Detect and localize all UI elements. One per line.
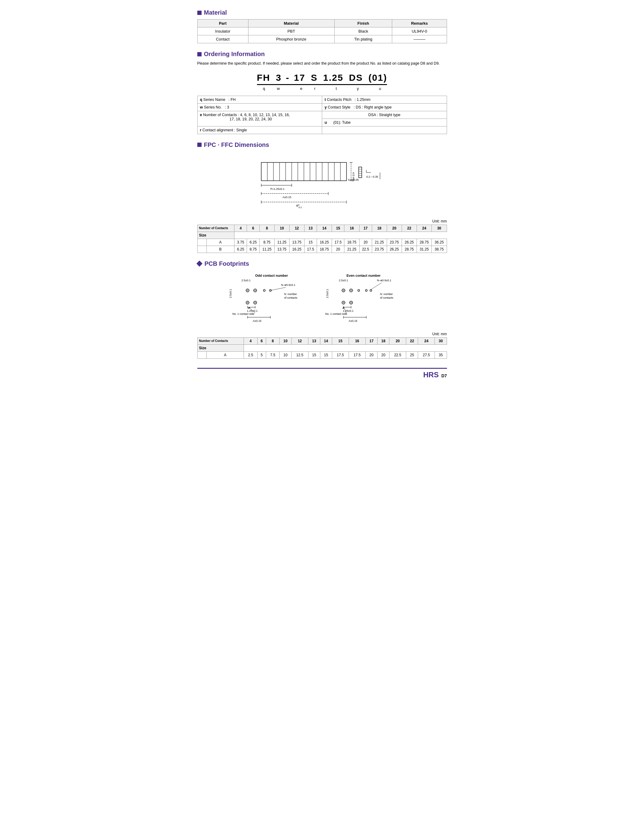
fpc-a-20: 23.75 [387,239,402,246]
label-q: q [263,86,265,91]
odd-n-hole-label: N–ø0.9±0.1 [281,284,295,287]
pn-fh: FH [257,73,270,82]
fpc-b-20: 26.25 [387,246,402,253]
pcb-col-24: 24 [418,337,435,345]
pcb-col-20: 20 [389,337,406,345]
odd-n-number: N: number [284,293,297,296]
pcb-col-12: 12 [291,337,308,345]
dim-a: A±0.15 [283,196,291,199]
part-number-text: FH 3 - 17 S 1.25 DS (01) [257,73,387,85]
legend-cell-r: r Contact alignment : Single [197,126,322,134]
even-pad-1 [358,290,360,291]
fpc-a-14: 16.25 [317,239,332,246]
pn-tube: (01) [368,73,387,82]
fpc-b-16: 21.25 [344,246,359,253]
fpc-col-22: 22 [402,224,417,232]
even-n-number: N: number [380,293,393,296]
heading-square-icon [197,52,202,56]
part-number-labels: q w - e r . t . y . u [257,86,387,91]
legend-row-we: w Series No. : 3 y Contact Style : DS : … [197,103,447,111]
fpc-table-header: Number of Contacts 4 6 8 10 12 13 14 15 … [197,224,447,232]
fpc-size-header: Size [197,232,447,239]
fpc-b-14: 18.75 [317,246,332,253]
cell-material-pbt: PBT [248,27,334,35]
svg-text:HRS: HRS [423,371,439,379]
even-pad-3 [370,290,372,291]
legend-cell-w: w Series No. : 3 [197,103,322,111]
material-section: Material Part Material Finish Remarks In… [197,9,447,43]
fpc-a-10: 11.25 [274,239,289,246]
fpc-svg: 4.5 min. P=1.25±0.1 A±0.15 B 0 -0.2 [243,153,401,214]
dim-08: 0.8±0.05 [348,178,359,181]
even-25v-label: 2.5±0.1 [326,289,329,298]
pn-dash1: - [286,73,289,82]
fpc-b-30: 38.75 [432,246,447,253]
pcb-col-10: 10 [279,337,291,345]
pcb-heading: PCB Footprints [197,260,447,267]
table-row: Insulator PBT Black UL94V-0 [197,27,447,35]
fpc-a-30: 36.25 [432,239,447,246]
label-r: r [314,86,315,91]
dim-b-super: 0 [298,204,299,206]
fpc-b-13: 17.5 [304,246,317,253]
fpc-col-6: 6 [247,224,260,232]
fpc-row-b: B 6.25 8.75 11.25 13.75 16.25 17.5 18.75… [197,246,447,253]
even-of-contacts: of contacts [380,296,393,299]
fpc-col-15: 15 [332,224,344,232]
fpc-b-22: 28.75 [402,246,417,253]
heading-square-icon [197,11,202,15]
label-y: y [357,86,359,91]
cell-material-phosphor: Phosphor bronze [248,35,334,43]
label-t: t [335,86,337,91]
material-table: Part Material Finish Remarks Insulator P… [197,19,447,43]
cell-part-insulator: Insulator [197,27,248,35]
odd-25-label: 2.5±0.1 [242,279,251,282]
pcb-col-14: 14 [320,337,332,345]
cell-part-contact: Contact [197,35,248,43]
legend-row-r: r Contact alignment : Single [197,126,447,134]
pcb-col-6: 6 [257,337,266,345]
fpc-a-4: 3.75 [235,239,247,246]
fpc-a-17: 20 [359,239,372,246]
fpc-a-8: 8.75 [260,239,274,246]
col-remarks: Remarks [392,20,447,27]
hrs-logo-svg: HRS [423,371,439,379]
odd-label: Odd contact number [255,274,288,277]
cell-remarks-ul: UL94V-0 [392,27,447,35]
table-row: Contact Phosphor bronze Tin plating ——— [197,35,447,43]
pcb-col-18: 18 [377,337,389,345]
fpc-col-10: 10 [274,224,289,232]
fpc-col-16: 16 [344,224,359,232]
fpc-dimensions-table: Number of Contacts 4 6 8 10 12 13 14 15 … [197,224,447,253]
fpc-unit-label: Unit: mm [197,219,447,223]
even-n-hole-label: N–ø0.9±0.1 [377,279,391,282]
pcb-dimensions-table: Number of Contacts 4 6 8 10 12 13 14 15 … [197,337,447,359]
even-no1-label: No. 1 contact side [325,312,347,315]
fpc-contacts-header: Number of Contacts [197,224,235,232]
pcb-col-8: 8 [266,337,279,345]
odd-a-dim: A±0.15 [253,320,261,322]
fpc-a-15: 17.5 [332,239,344,246]
dim-p: P=1.25±0.1 [270,188,284,191]
legend-cell-e: e Number of Contacts : 4, 6, 8, 10, 12, … [197,111,322,126]
pcb-contacts-header: Number of Contacts [197,337,244,345]
legend-cell-y: y Contact Style : DS : Right angle type [322,103,447,111]
even-label: Even contact number [347,274,381,277]
pcb-a-22: 25 [406,351,418,358]
fpc-a-16: 18.75 [344,239,359,246]
label-e: e [300,86,302,91]
pcb-col-15: 15 [332,337,349,345]
dim-b-sub: -0.2 [298,206,302,208]
fpc-col-30: 30 [432,224,447,232]
pn-ds: DS [349,73,363,82]
pcb-label-a: A [207,351,244,358]
svg-line-54 [371,283,381,290]
legend-row-qw: q Series Name : FH t Contacts Pitch : 1.… [197,96,447,103]
fpc-size-col [197,239,207,246]
legend-row-e: e Number of Contacts : 4, 6, 8, 10, 12, … [197,111,447,119]
col-material: Material [248,20,334,27]
even-25-label: 2.5±0.1 [339,279,348,282]
heading-diamond-icon [196,260,202,267]
pcb-a-18: 20 [377,351,389,358]
fpc-a-6: 6.25 [247,239,260,246]
